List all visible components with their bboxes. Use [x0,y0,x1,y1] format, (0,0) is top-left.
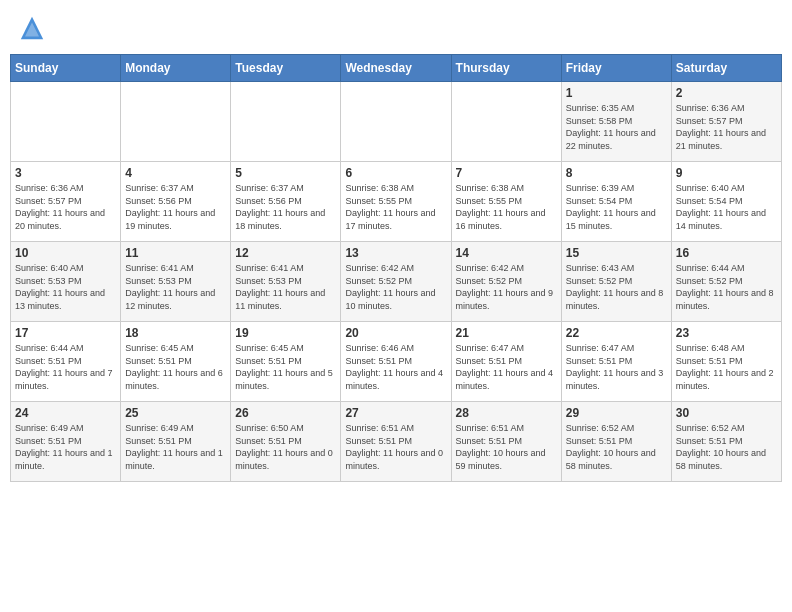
day-number: 21 [456,326,557,340]
calendar-cell: 18Sunrise: 6:45 AM Sunset: 5:51 PM Dayli… [121,322,231,402]
column-header-friday: Friday [561,55,671,82]
day-number: 13 [345,246,446,260]
column-header-wednesday: Wednesday [341,55,451,82]
calendar-cell: 21Sunrise: 6:47 AM Sunset: 5:51 PM Dayli… [451,322,561,402]
cell-info: Sunrise: 6:40 AM Sunset: 5:53 PM Dayligh… [15,262,116,312]
calendar-cell: 3Sunrise: 6:36 AM Sunset: 5:57 PM Daylig… [11,162,121,242]
calendar-cell: 1Sunrise: 6:35 AM Sunset: 5:58 PM Daylig… [561,82,671,162]
calendar-week-row: 17Sunrise: 6:44 AM Sunset: 5:51 PM Dayli… [11,322,782,402]
calendar-cell: 12Sunrise: 6:41 AM Sunset: 5:53 PM Dayli… [231,242,341,322]
cell-info: Sunrise: 6:49 AM Sunset: 5:51 PM Dayligh… [15,422,116,472]
calendar-week-row: 10Sunrise: 6:40 AM Sunset: 5:53 PM Dayli… [11,242,782,322]
calendar-cell: 24Sunrise: 6:49 AM Sunset: 5:51 PM Dayli… [11,402,121,482]
calendar-table: SundayMondayTuesdayWednesdayThursdayFrid… [10,54,782,482]
calendar-cell: 20Sunrise: 6:46 AM Sunset: 5:51 PM Dayli… [341,322,451,402]
day-number: 18 [125,326,226,340]
day-number: 4 [125,166,226,180]
cell-info: Sunrise: 6:46 AM Sunset: 5:51 PM Dayligh… [345,342,446,392]
calendar-cell: 28Sunrise: 6:51 AM Sunset: 5:51 PM Dayli… [451,402,561,482]
calendar-cell: 9Sunrise: 6:40 AM Sunset: 5:54 PM Daylig… [671,162,781,242]
calendar-cell [341,82,451,162]
cell-info: Sunrise: 6:44 AM Sunset: 5:52 PM Dayligh… [676,262,777,312]
cell-info: Sunrise: 6:50 AM Sunset: 5:51 PM Dayligh… [235,422,336,472]
day-number: 23 [676,326,777,340]
day-number: 17 [15,326,116,340]
cell-info: Sunrise: 6:36 AM Sunset: 5:57 PM Dayligh… [676,102,777,152]
cell-info: Sunrise: 6:52 AM Sunset: 5:51 PM Dayligh… [566,422,667,472]
calendar-cell: 10Sunrise: 6:40 AM Sunset: 5:53 PM Dayli… [11,242,121,322]
cell-info: Sunrise: 6:44 AM Sunset: 5:51 PM Dayligh… [15,342,116,392]
column-header-thursday: Thursday [451,55,561,82]
calendar-cell: 17Sunrise: 6:44 AM Sunset: 5:51 PM Dayli… [11,322,121,402]
cell-info: Sunrise: 6:42 AM Sunset: 5:52 PM Dayligh… [456,262,557,312]
day-number: 30 [676,406,777,420]
day-number: 27 [345,406,446,420]
day-number: 7 [456,166,557,180]
cell-info: Sunrise: 6:42 AM Sunset: 5:52 PM Dayligh… [345,262,446,312]
calendar-cell: 8Sunrise: 6:39 AM Sunset: 5:54 PM Daylig… [561,162,671,242]
calendar-cell: 23Sunrise: 6:48 AM Sunset: 5:51 PM Dayli… [671,322,781,402]
day-number: 29 [566,406,667,420]
cell-info: Sunrise: 6:38 AM Sunset: 5:55 PM Dayligh… [345,182,446,232]
cell-info: Sunrise: 6:51 AM Sunset: 5:51 PM Dayligh… [456,422,557,472]
calendar-cell [451,82,561,162]
cell-info: Sunrise: 6:52 AM Sunset: 5:51 PM Dayligh… [676,422,777,472]
calendar-week-row: 1Sunrise: 6:35 AM Sunset: 5:58 PM Daylig… [11,82,782,162]
calendar-cell: 22Sunrise: 6:47 AM Sunset: 5:51 PM Dayli… [561,322,671,402]
day-number: 12 [235,246,336,260]
day-number: 2 [676,86,777,100]
column-header-tuesday: Tuesday [231,55,341,82]
calendar-cell: 11Sunrise: 6:41 AM Sunset: 5:53 PM Dayli… [121,242,231,322]
cell-info: Sunrise: 6:35 AM Sunset: 5:58 PM Dayligh… [566,102,667,152]
cell-info: Sunrise: 6:45 AM Sunset: 5:51 PM Dayligh… [235,342,336,392]
column-header-monday: Monday [121,55,231,82]
calendar-cell [11,82,121,162]
logo [18,14,48,42]
calendar-week-row: 3Sunrise: 6:36 AM Sunset: 5:57 PM Daylig… [11,162,782,242]
cell-info: Sunrise: 6:36 AM Sunset: 5:57 PM Dayligh… [15,182,116,232]
day-number: 8 [566,166,667,180]
cell-info: Sunrise: 6:41 AM Sunset: 5:53 PM Dayligh… [235,262,336,312]
calendar-cell: 14Sunrise: 6:42 AM Sunset: 5:52 PM Dayli… [451,242,561,322]
calendar-header-row: SundayMondayTuesdayWednesdayThursdayFrid… [11,55,782,82]
column-header-sunday: Sunday [11,55,121,82]
day-number: 11 [125,246,226,260]
calendar-cell: 25Sunrise: 6:49 AM Sunset: 5:51 PM Dayli… [121,402,231,482]
cell-info: Sunrise: 6:40 AM Sunset: 5:54 PM Dayligh… [676,182,777,232]
calendar-cell: 30Sunrise: 6:52 AM Sunset: 5:51 PM Dayli… [671,402,781,482]
calendar-cell: 7Sunrise: 6:38 AM Sunset: 5:55 PM Daylig… [451,162,561,242]
column-header-saturday: Saturday [671,55,781,82]
day-number: 19 [235,326,336,340]
day-number: 16 [676,246,777,260]
day-number: 26 [235,406,336,420]
cell-info: Sunrise: 6:39 AM Sunset: 5:54 PM Dayligh… [566,182,667,232]
calendar-cell: 13Sunrise: 6:42 AM Sunset: 5:52 PM Dayli… [341,242,451,322]
calendar-week-row: 24Sunrise: 6:49 AM Sunset: 5:51 PM Dayli… [11,402,782,482]
calendar-cell: 15Sunrise: 6:43 AM Sunset: 5:52 PM Dayli… [561,242,671,322]
calendar-cell: 19Sunrise: 6:45 AM Sunset: 5:51 PM Dayli… [231,322,341,402]
day-number: 3 [15,166,116,180]
cell-info: Sunrise: 6:47 AM Sunset: 5:51 PM Dayligh… [566,342,667,392]
day-number: 9 [676,166,777,180]
calendar-cell: 29Sunrise: 6:52 AM Sunset: 5:51 PM Dayli… [561,402,671,482]
cell-info: Sunrise: 6:47 AM Sunset: 5:51 PM Dayligh… [456,342,557,392]
calendar-cell: 26Sunrise: 6:50 AM Sunset: 5:51 PM Dayli… [231,402,341,482]
cell-info: Sunrise: 6:41 AM Sunset: 5:53 PM Dayligh… [125,262,226,312]
calendar-cell: 16Sunrise: 6:44 AM Sunset: 5:52 PM Dayli… [671,242,781,322]
cell-info: Sunrise: 6:51 AM Sunset: 5:51 PM Dayligh… [345,422,446,472]
day-number: 20 [345,326,446,340]
calendar-cell: 5Sunrise: 6:37 AM Sunset: 5:56 PM Daylig… [231,162,341,242]
cell-info: Sunrise: 6:37 AM Sunset: 5:56 PM Dayligh… [235,182,336,232]
calendar-cell [231,82,341,162]
calendar-cell: 2Sunrise: 6:36 AM Sunset: 5:57 PM Daylig… [671,82,781,162]
day-number: 24 [15,406,116,420]
cell-info: Sunrise: 6:49 AM Sunset: 5:51 PM Dayligh… [125,422,226,472]
day-number: 6 [345,166,446,180]
day-number: 22 [566,326,667,340]
calendar-cell [121,82,231,162]
cell-info: Sunrise: 6:48 AM Sunset: 5:51 PM Dayligh… [676,342,777,392]
page-header [10,10,782,46]
day-number: 15 [566,246,667,260]
day-number: 28 [456,406,557,420]
day-number: 5 [235,166,336,180]
